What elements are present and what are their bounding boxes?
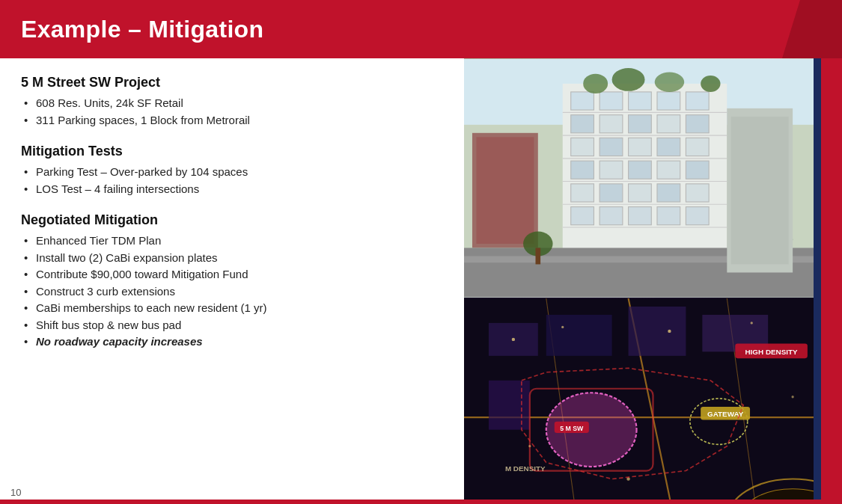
svg-point-77 bbox=[791, 396, 793, 398]
svg-rect-60 bbox=[629, 307, 686, 356]
mit-test-bullet-1: Parking Test – Over-parked by 104 spaces bbox=[21, 164, 443, 181]
project-heading: 5 M Street SW Project bbox=[21, 75, 443, 90]
svg-point-73 bbox=[561, 326, 564, 328]
svg-point-72 bbox=[512, 338, 515, 341]
aerial-svg: HIGH DENSITY GATEWAY 5 M SW M DENSITY bbox=[464, 298, 842, 504]
aerial-placeholder: HIGH DENSITY GATEWAY 5 M SW M DENSITY bbox=[464, 298, 842, 504]
m-density-label: M DENSITY bbox=[505, 464, 546, 473]
svg-rect-26 bbox=[600, 184, 623, 202]
bottom-bar bbox=[0, 500, 842, 504]
text-panel: 5 M Street SW Project 608 Res. Units, 24… bbox=[0, 58, 464, 504]
svg-rect-19 bbox=[686, 138, 709, 156]
navy-accent-strip bbox=[814, 58, 821, 504]
svg-point-75 bbox=[751, 322, 753, 325]
project-bullet-2: 311 Parking spaces, 1 Block from Metrora… bbox=[21, 112, 443, 129]
svg-rect-3 bbox=[476, 137, 534, 244]
neg-mit-bullet-5: CaBi memberships to each new resident (1… bbox=[21, 300, 443, 317]
building-svg bbox=[464, 58, 842, 298]
svg-point-74 bbox=[668, 330, 671, 333]
svg-rect-15 bbox=[571, 138, 594, 156]
building-placeholder bbox=[464, 58, 842, 298]
svg-rect-34 bbox=[686, 207, 709, 225]
svg-point-41 bbox=[583, 74, 608, 93]
svg-rect-31 bbox=[600, 207, 623, 225]
red-accent-strip bbox=[821, 58, 842, 504]
svg-rect-33 bbox=[657, 207, 680, 225]
svg-rect-28 bbox=[657, 184, 680, 202]
svg-rect-30 bbox=[571, 207, 594, 225]
svg-rect-20 bbox=[571, 161, 594, 179]
svg-rect-23 bbox=[657, 161, 680, 179]
neg-mit-bullet-2: Install two (2) CaBi expansion plates bbox=[21, 250, 443, 267]
slide-title: Example – Mitigation bbox=[21, 16, 263, 43]
mit-test-bullet-2: LOS Test – 4 failing intersections bbox=[21, 181, 443, 198]
image-panel: HIGH DENSITY GATEWAY 5 M SW M DENSITY bbox=[464, 58, 842, 504]
svg-point-43 bbox=[655, 73, 685, 92]
mitigation-tests-heading: Mitigation Tests bbox=[21, 144, 443, 159]
svg-rect-10 bbox=[571, 115, 594, 133]
neg-mit-bullet-3: Contribute $90,000 toward Mitigation Fun… bbox=[21, 266, 443, 283]
svg-rect-59 bbox=[546, 315, 612, 356]
page-number: 10 bbox=[10, 487, 21, 498]
slide: Example – Mitigation 5 M Street SW Proje… bbox=[0, 0, 842, 504]
svg-rect-62 bbox=[489, 381, 530, 430]
neg-mit-bold-bullet: No roadway capacity increases bbox=[21, 334, 443, 351]
svg-rect-27 bbox=[629, 184, 652, 202]
svg-rect-11 bbox=[600, 115, 623, 133]
svg-rect-18 bbox=[657, 138, 680, 156]
svg-rect-9 bbox=[686, 92, 709, 110]
building-image bbox=[464, 58, 842, 298]
svg-rect-7 bbox=[629, 92, 652, 110]
five-m-sw-label: 5 M SW bbox=[560, 425, 584, 432]
svg-rect-16 bbox=[600, 138, 623, 156]
svg-rect-48 bbox=[536, 248, 541, 264]
svg-rect-8 bbox=[657, 92, 680, 110]
svg-rect-5 bbox=[571, 92, 594, 110]
mitigation-tests-bullets: Parking Test – Over-parked by 104 spaces… bbox=[21, 164, 443, 197]
project-bullets: 608 Res. Units, 24k SF Retail 311 Parkin… bbox=[21, 95, 443, 129]
neg-mit-bullet-4: Construct 3 curb extensions bbox=[21, 283, 443, 301]
high-density-label: HIGH DENSITY bbox=[745, 348, 798, 356]
header-bar: Example – Mitigation bbox=[0, 0, 842, 58]
svg-rect-17 bbox=[629, 138, 652, 156]
negotiated-mitigation-heading: Negotiated Mitigation bbox=[21, 212, 443, 228]
svg-rect-22 bbox=[629, 161, 652, 179]
svg-rect-29 bbox=[686, 184, 709, 202]
negotiated-mitigation-bullets: Enhanced Tier TDM Plan Install two (2) C… bbox=[21, 233, 443, 351]
main-content: 5 M Street SW Project 608 Res. Units, 24… bbox=[0, 58, 842, 504]
svg-rect-52 bbox=[731, 117, 789, 265]
svg-rect-25 bbox=[571, 184, 594, 202]
svg-point-44 bbox=[701, 76, 720, 92]
svg-rect-14 bbox=[686, 115, 709, 133]
svg-rect-12 bbox=[629, 115, 652, 133]
svg-rect-13 bbox=[657, 115, 680, 133]
svg-rect-24 bbox=[686, 161, 709, 179]
svg-point-42 bbox=[612, 68, 645, 91]
project-bullet-1: 608 Res. Units, 24k SF Retail bbox=[21, 95, 443, 112]
svg-rect-21 bbox=[600, 161, 623, 179]
neg-mit-bullet-6: Shift bus stop & new bus pad bbox=[21, 317, 443, 334]
svg-rect-32 bbox=[629, 207, 652, 225]
neg-mit-bullet-1: Enhanced Tier TDM Plan bbox=[21, 233, 443, 250]
svg-point-78 bbox=[528, 445, 531, 447]
svg-rect-6 bbox=[600, 92, 623, 110]
aerial-image: HIGH DENSITY GATEWAY 5 M SW M DENSITY bbox=[464, 298, 842, 504]
